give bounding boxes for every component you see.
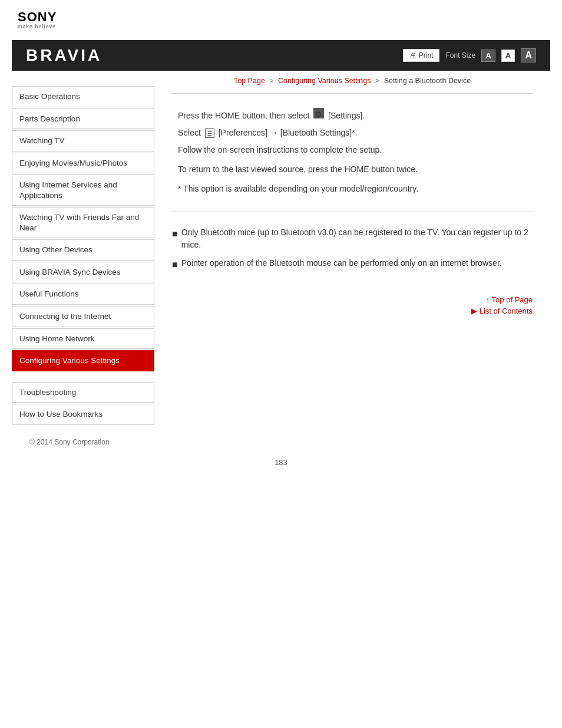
breadcrumb-top-page[interactable]: Top Page <box>234 77 265 85</box>
step-1: Press the HOME button, then select [Sett… <box>172 108 533 122</box>
breadcrumb-section[interactable]: Configuring Various Settings <box>278 77 371 85</box>
notes-section: ■ Only Bluetooth mice (up to Bluetooth v… <box>172 220 533 284</box>
sidebar-item-using-other[interactable]: Using Other Devices <box>12 239 154 261</box>
footer-links: Top of Page List of Contents <box>172 284 533 324</box>
step-2: Select ☰ [Preferences] → [Bluetooth Sett… <box>172 127 533 139</box>
note-1-text: Only Bluetooth mice (up to Bluetooth v3.… <box>181 226 533 251</box>
sidebar-item-watching-friends[interactable]: Watching TV with Friends Far and Near <box>12 207 154 238</box>
sidebar-item-basic-operations[interactable]: Basic Operations <box>12 86 154 107</box>
step2-text-after: [Preferences] → [Bluetooth Settings]*. <box>216 127 358 139</box>
bravia-title: BRAVIA <box>26 46 102 65</box>
list-of-contents-link[interactable]: List of Contents <box>172 307 533 315</box>
main-layout: Basic OperationsParts DescriptionWatchin… <box>12 71 550 426</box>
note-1: ■ Only Bluetooth mice (up to Bluetooth v… <box>172 226 533 251</box>
middle-divider <box>172 212 533 212</box>
sidebar-item-configuring-settings[interactable]: Configuring Various Settings <box>12 350 154 371</box>
option-note: * This option is available depending on … <box>178 183 527 195</box>
sidebar-item-useful-functions[interactable]: Useful Functions <box>12 284 154 305</box>
note-bullet-1: ■ <box>172 227 178 241</box>
note-2: ■ Pointer operation of the Bluetooth mou… <box>172 257 533 272</box>
top-divider <box>172 93 533 94</box>
step-3: Follow the on-screen instructions to com… <box>172 144 533 156</box>
step1-text-after: [Settings]. <box>326 110 365 122</box>
logo-area: SONY make.believe <box>0 0 562 35</box>
content-area: Top Page > Configuring Various Settings … <box>154 71 550 426</box>
sidebar-item-using-bravia[interactable]: Using BRAVIA Sync Devices <box>12 262 154 283</box>
bravia-bar: BRAVIA 🖨 Print Font Size A A A <box>12 40 550 71</box>
note-bullet-2: ■ <box>172 258 178 272</box>
sidebar-nav: Basic OperationsParts DescriptionWatchin… <box>12 86 154 425</box>
sidebar-item-enjoying-movies[interactable]: Enjoying Movies/Music/Photos <box>12 153 154 174</box>
print-button[interactable]: 🖨 Print <box>403 49 440 62</box>
return-note: To return to the last viewed source, pre… <box>178 163 527 176</box>
sidebar-item-parts-description[interactable]: Parts Description <box>12 108 154 130</box>
steps-section: Press the HOME button, then select [Sett… <box>172 102 533 203</box>
toolbar-right: 🖨 Print Font Size A A A <box>403 48 536 62</box>
copyright: © 2014 Sony Corporation <box>29 438 110 446</box>
sidebar-item-using-home[interactable]: Using Home Network <box>12 328 154 350</box>
font-size-label: Font Size <box>445 51 475 60</box>
sony-tagline: make.believe <box>18 24 544 29</box>
breadcrumb-sep1: > <box>269 77 273 85</box>
sony-logo: SONY <box>18 11 544 24</box>
sidebar: Basic OperationsParts DescriptionWatchin… <box>12 71 154 426</box>
breadcrumb-current: Setting a Bluetooth Device <box>384 77 471 85</box>
sidebar-item-bookmarks[interactable]: How to Use Bookmarks <box>12 404 154 425</box>
step3-text: Follow the on-screen instructions to com… <box>178 144 382 156</box>
page-number: 183 <box>0 452 562 479</box>
font-medium-button[interactable]: A <box>501 50 515 62</box>
settings-icon <box>313 108 324 118</box>
note-2-text: Pointer operation of the Bluetooth mouse… <box>181 257 502 269</box>
sidebar-item-troubleshooting[interactable]: Troubleshooting <box>12 382 154 403</box>
breadcrumb-sep2: > <box>375 77 379 85</box>
top-of-page-link[interactable]: Top of Page <box>172 295 533 304</box>
step2-text-before: Select <box>178 127 203 139</box>
step1-text-before: Press the HOME button, then select <box>178 110 312 122</box>
font-small-button[interactable]: A <box>481 50 495 62</box>
print-icon: 🖨 <box>409 51 416 60</box>
sidebar-item-connecting-internet[interactable]: Connecting to the Internet <box>12 306 154 327</box>
sidebar-item-watching-tv[interactable]: Watching TV <box>12 130 154 151</box>
sidebar-item-using-internet[interactable]: Using Internet Services and Applications <box>12 174 154 206</box>
breadcrumb: Top Page > Configuring Various Settings … <box>172 77 533 85</box>
font-large-button[interactable]: A <box>521 48 536 62</box>
prefs-icon: ☰ <box>205 129 214 138</box>
